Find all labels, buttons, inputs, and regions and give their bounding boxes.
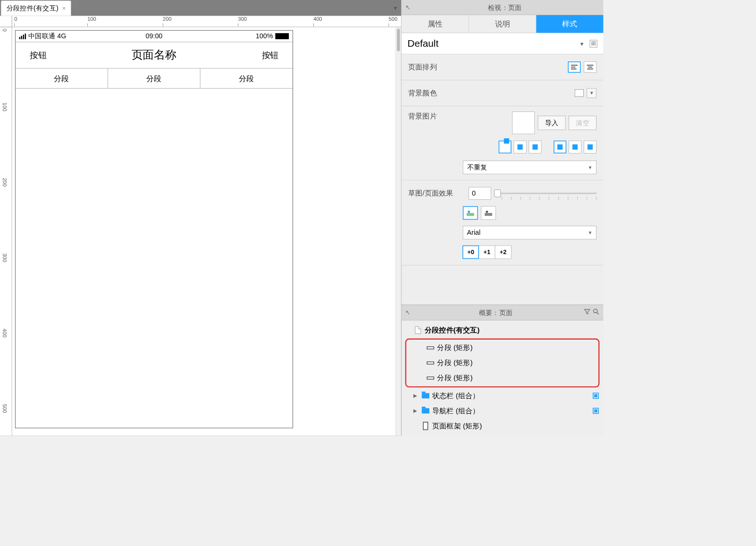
svg-rect-0 [571, 65, 578, 66]
bg-color-swatch[interactable] [575, 89, 584, 97]
filter-icon[interactable] [584, 308, 590, 317]
level-2-button[interactable]: +2 [495, 245, 512, 259]
folder-icon [422, 393, 429, 398]
inspector-tabs: 属性 说明 样式 [402, 15, 604, 33]
rect-icon [427, 346, 434, 349]
tab-style[interactable]: 样式 [536, 15, 603, 33]
align-center-button[interactable] [584, 61, 596, 73]
svg-line-11 [597, 313, 599, 315]
pos-mc-button[interactable] [569, 141, 581, 154]
svg-point-9 [486, 211, 488, 213]
repeat-select-label: 不重复 [467, 163, 487, 172]
visibility-toggle[interactable] [593, 408, 599, 414]
folder-icon [422, 408, 429, 413]
svg-rect-8 [485, 213, 492, 216]
collapse-icon[interactable]: ↖ [405, 309, 410, 316]
outline-navbar[interactable]: ▶ 导航栏 (组合） [402, 403, 604, 418]
highlighted-group: 分段 (矩形) 分段 (矩形) 分段 (矩形) [405, 339, 600, 388]
document-tab-bar: 分段控件(有交互) × ▼ [0, 0, 401, 16]
color-fill-toggle[interactable] [463, 206, 478, 220]
bg-color-dropdown[interactable]: ▼ [587, 88, 596, 98]
bg-image-label: 背景图片 [408, 111, 463, 121]
bg-image-thumb[interactable] [512, 111, 535, 134]
battery-icon [275, 33, 289, 39]
sketch-label: 草图/页面效果 [408, 188, 469, 198]
pos-ml-button[interactable] [554, 141, 566, 154]
svg-rect-5 [587, 68, 593, 69]
svg-rect-1 [571, 67, 576, 68]
pos-mr-button[interactable] [584, 141, 596, 154]
battery-percent: 100% [256, 32, 273, 40]
nav-title: 页面名称 [60, 48, 247, 63]
pos-tc-button[interactable] [513, 141, 526, 154]
svg-point-10 [594, 309, 597, 313]
font-select[interactable]: Arial ▼ [463, 226, 596, 239]
repeat-select[interactable]: 不重复 ▼ [463, 161, 596, 174]
chevron-down-icon[interactable]: ▼ [579, 41, 584, 47]
expand-icon[interactable]: ▶ [413, 408, 419, 413]
page-align-label: 页面排列 [408, 62, 463, 72]
outline-segment-1[interactable]: 分段 (矩形) [406, 341, 598, 356]
bg-color-label: 背景颜色 [408, 88, 463, 98]
rect-icon [427, 376, 434, 379]
align-left-button[interactable] [568, 61, 580, 73]
segment-1[interactable]: 分段 [16, 68, 108, 88]
outline-frame[interactable]: 页面框架 (矩形) [402, 418, 604, 434]
pos-tr-button[interactable] [529, 141, 541, 154]
svg-rect-4 [588, 67, 593, 68]
nav-right-button[interactable]: 按钮 [247, 50, 293, 61]
inspector-title: 检视：页面 [410, 3, 599, 12]
tab-dropdown[interactable]: ▼ [390, 0, 401, 16]
ruler-corner [0, 16, 12, 27]
svg-rect-3 [587, 65, 593, 66]
font-select-label: Arial [467, 229, 481, 237]
svg-rect-2 [571, 68, 577, 69]
note-icon[interactable] [590, 40, 597, 47]
carrier-label: 中国联通 4G [28, 32, 67, 41]
svg-rect-6 [467, 213, 474, 216]
tab-title: 分段控件(有交互) [7, 4, 59, 13]
document-tab[interactable]: 分段控件(有交互) × [1, 0, 72, 16]
grayscale-toggle[interactable] [481, 206, 496, 220]
slider-thumb[interactable] [494, 189, 501, 197]
expand-icon[interactable]: ▶ [413, 393, 419, 398]
tab-properties[interactable]: 属性 [402, 15, 469, 33]
import-button[interactable]: 导入 [538, 116, 566, 130]
phone-frame: 中国联通 4G 09:00 100% 按钮 页面名称 按钮 分段 分段 [15, 30, 293, 428]
svg-point-7 [468, 211, 470, 213]
clear-button[interactable]: 清空 [569, 116, 596, 130]
scrollbar-thumb[interactable] [397, 29, 400, 51]
outline-root-label: 分段控件(有交互) [425, 325, 479, 335]
rect-icon [427, 361, 434, 364]
outline-root[interactable]: 分段控件(有交互) [402, 323, 604, 338]
outline-statusbar[interactable]: ▶ 状态栏 (组合） [402, 388, 604, 403]
canvas-scrollbar[interactable] [396, 27, 401, 435]
outline-segment-3[interactable]: 分段 (矩形) [406, 370, 598, 385]
inspector-header: ↖ 检视：页面 [402, 0, 604, 15]
horizontal-ruler: 0 100 200 300 400 500 [12, 16, 401, 27]
segment-3[interactable]: 分段 [201, 68, 293, 88]
outline-segment-2[interactable]: 分段 (矩形) [406, 356, 598, 371]
segment-2[interactable]: 分段 [108, 68, 201, 88]
page-icon [415, 326, 421, 334]
collapse-icon[interactable]: ↖ [405, 4, 410, 11]
phone-status-bar: 中国联通 4G 09:00 100% [16, 31, 293, 42]
chevron-down-icon: ▼ [588, 230, 592, 235]
pos-tl-button[interactable] [499, 141, 512, 154]
nav-left-button[interactable]: 按钮 [16, 50, 61, 61]
search-icon[interactable] [593, 308, 599, 317]
style-default-row[interactable]: Default ▼ [402, 33, 604, 54]
level-1-button[interactable]: +1 [479, 245, 495, 259]
status-time: 09:00 [109, 32, 199, 40]
sketch-slider[interactable] [494, 188, 596, 199]
vertical-ruler: 0 100 200 300 400 500 [0, 27, 12, 435]
canvas[interactable]: 中国联通 4G 09:00 100% 按钮 页面名称 按钮 分段 分段 [12, 27, 396, 435]
level-0-button[interactable]: +0 [462, 245, 479, 259]
tab-notes[interactable]: 说明 [469, 15, 537, 33]
phone-body [16, 89, 293, 428]
close-icon[interactable]: × [62, 5, 66, 11]
signal-icon [19, 34, 26, 39]
outline-title: 概要：页面 [410, 308, 581, 317]
sketch-input[interactable] [469, 187, 491, 200]
visibility-toggle[interactable] [593, 393, 599, 399]
